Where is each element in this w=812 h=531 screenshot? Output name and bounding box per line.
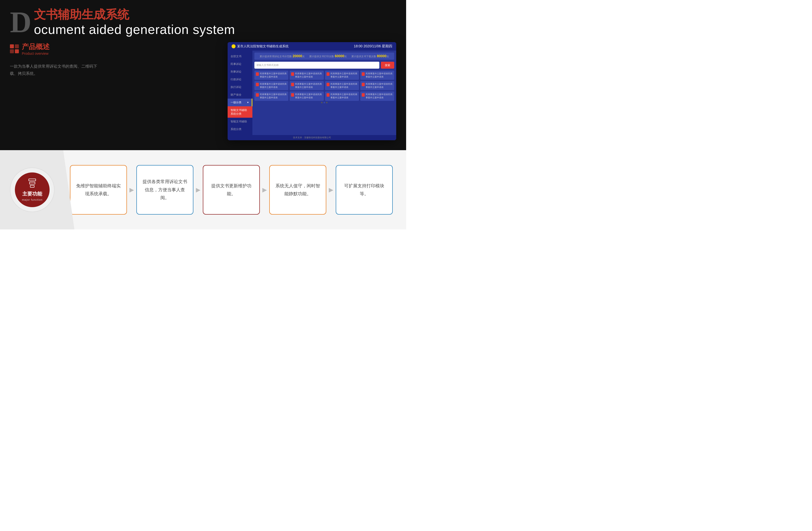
mock-card-10[interactable]: 民商事案件立案申请表民商事案件立案申请表 [290,91,323,101]
mock-cards-grid: 民商事案件立案申请表民商事案件立案申请表 民商事案件立案申请表民商事案件立案申请… [255,71,394,101]
mock-time: 18:00 2020/11/06 星期四 [354,44,392,48]
feature-card-1: 免维护智能辅助终端实现系统承载。 [70,165,127,215]
sidebar-item-exec[interactable]: 执行诉讼 [228,83,252,91]
mock-card-9[interactable]: 民商事案件立案申请表民商事案件立案申请表 [255,91,288,101]
mock-search-button[interactable]: 搜索 [381,62,394,69]
product-overview-left: 产品概述 Product overview 一款为当事人提供常用诉讼文书的查阅、… [10,42,99,77]
sidebar-item-smart[interactable]: 智能文书辅助系统分类 [228,106,252,118]
mock-card-12[interactable]: 民商事案件立案申请表民商事案件立案申请表 [360,91,394,101]
overview-description: 一款为当事人提供常用诉讼文书的查阅、二维码下载、拷贝系统。 [10,63,99,77]
overview-label-text: 产品概述 Product overview [22,42,49,56]
mock-header: 某市人民法院智能文书辅助生成系统 18:00 2020/11/06 星期四 [228,42,396,50]
mock-card-2[interactable]: 民商事案件立案申请表民商事案件立案申请表 [290,71,323,80]
feature-arrow-3: ▶ [262,186,267,193]
sidebar-item-syscat[interactable]: 系统分类 [228,126,252,133]
mock-nav-dots [255,102,394,103]
feature-card-5: 可扩展支持打印模块等。 [336,165,393,215]
mock-stat-3: 累计提供文书下载次数 80000次 [351,54,389,58]
feature-arrow-1: ▶ [129,186,134,193]
product-overview-label: 产品概述 Product overview [10,42,99,56]
top-section: D 文书辅助生成系统 ocument aided generation syst… [0,0,406,150]
feature-cards: 免维护智能辅助终端实现系统承载。 ▶ 提供各类常用诉讼文书信息，方便当事人查阅。… [70,165,396,215]
sidebar-item-criminal[interactable]: 刑事诉讼 [228,68,252,76]
card-icon-11 [327,93,330,97]
card-icon-5 [256,83,259,86]
header-title-area: D 文书辅助生成系统 ocument aided generation syst… [10,8,396,37]
layer-2 [29,182,35,185]
mock-card-5[interactable]: 民商事案件立案申请表民商事案件立案申请表 [255,81,288,90]
mock-card-4[interactable]: 民商事案件立案申请表民商事案件立案申请表 [360,71,394,80]
main-function-circle: 主要功能 major function [10,167,55,212]
mock-search: 请输入文书样式名称 搜索 [255,62,394,69]
sidebar-item-civil[interactable]: 民事诉讼 [228,60,252,68]
mock-stat-1: 累计提供常用诉讼文书示范数 20000次 [260,54,305,58]
feature-arrow-4: ▶ [329,186,333,193]
card-icon-1 [256,72,259,76]
feature-card-3: 提供文书更新维护功能。 [203,165,260,215]
mock-content: 累计提供常用诉讼文书示范数 20000次 累计提供文书打印次数 60000次 累… [252,50,396,135]
overview-cn: 产品概述 [22,42,49,51]
screenshot-mockup: 某市人民法院智能文书辅助生成系统 18:00 2020/11/06 星期四 全部… [228,42,396,140]
card-icon-10 [291,93,294,97]
outer-circle: 主要功能 major function [10,167,55,212]
product-overview-icon [10,44,19,53]
feature-card-4: 系统无人值守，闲时智能静默功能。 [269,165,326,215]
mock-footer: 技术支持：安徽智信科技股份有限公司 [228,135,396,140]
bottom-section: 主要功能 major function ▶ 免维护智能辅助终端实现系统承载。 ▶… [0,150,406,230]
mock-card-3[interactable]: 民商事案件立案申请表民商事案件立案申请表 [325,71,359,80]
inner-circle: 主要功能 major function [15,173,49,207]
mock-card-11[interactable]: 民商事案件立案申请表民商事案件立案申请表 [325,91,359,101]
mock-body: 全部文书 民事诉讼 刑事诉讼 行政诉讼 执行诉讼 财产保全 一级分类▾ 智能文书… [228,50,396,135]
card-icon-7 [327,83,330,86]
mock-card-8[interactable]: 民商事案件立案申请表民商事案件立案申请表 [360,81,394,90]
title-chinese: 文书辅助生成系统 [34,8,235,22]
feature-arrow-2: ▶ [196,186,200,193]
sidebar-item-smart2[interactable]: 智能文书辅助 [228,118,252,126]
card-icon-2 [291,72,294,76]
card-icon-9 [256,93,259,97]
title-english: ocument aided generation system [34,22,235,37]
mock-card-7[interactable]: 民商事案件立案申请表民商事案件立案申请表 [325,81,359,90]
sidebar-item-cat1[interactable]: 一级分类▾ [228,99,252,106]
mock-stats: 累计提供常用诉讼文书示范数 20000次 累计提供文书打印次数 60000次 累… [255,53,394,60]
layer-3 [30,185,34,188]
card-icon-6 [291,83,294,86]
mock-system-title: 某市人民法院智能文书辅助生成系统 [232,44,289,48]
nav-dot-2 [323,102,325,103]
mock-stat-2: 累计提供文书打印次数 60000次 [309,54,347,58]
mock-sidebar: 全部文书 民事诉讼 刑事诉讼 行政诉讼 执行诉讼 财产保全 一级分类▾ 智能文书… [228,50,252,135]
product-overview-area: 产品概述 Product overview 一款为当事人提供常用诉讼文书的查阅、… [10,42,396,140]
sidebar-item-all[interactable]: 全部文书 [228,53,252,60]
sidebar-item-prop[interactable]: 财产保全 [228,91,252,99]
nav-dot-3 [326,102,328,103]
layers-icon [29,179,36,188]
letter-d: D [10,8,31,37]
nav-dot-1 [321,102,322,103]
sidebar-item-admin[interactable]: 行政诉讼 [228,76,252,83]
card-icon-8 [362,83,365,86]
card-icon-12 [362,93,365,97]
func-label-cn: 主要功能 [22,191,42,197]
card-icon-3 [327,72,330,76]
title-text-group: 文书辅助生成系统 ocument aided generation system [34,8,235,37]
mock-card-1[interactable]: 民商事案件立案申请表民商事案件立案申请表 [255,71,288,80]
mock-card-6[interactable]: 民商事案件立案申请表民商事案件立案申请表 [290,81,323,90]
func-label-en: major function [22,198,42,201]
layer-1 [29,179,36,181]
feature-card-2: 提供各类常用诉讼文书信息，方便当事人查阅。 [136,165,193,215]
card-icon-4 [362,72,365,76]
overview-en: Product overview [22,51,49,56]
mock-search-input[interactable]: 请输入文书样式名称 [255,62,379,69]
